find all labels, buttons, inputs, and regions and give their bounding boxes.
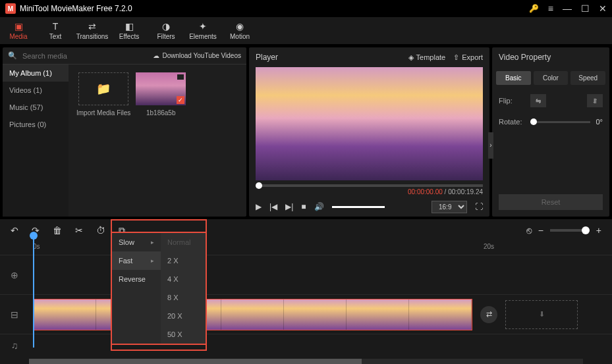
folder-icon: 📁 [96,82,111,96]
zoom-in-button[interactable]: + [596,225,601,236]
template-icon: ◈ [408,53,414,62]
play-button[interactable]: ▶ [256,202,262,211]
speed-8x[interactable]: 8 X [161,288,206,307]
overlay-track-icon[interactable]: ⊕ [0,270,29,280]
effects-icon: ◧ [125,21,134,32]
progress-bar[interactable] [256,184,483,187]
menu-item-reverse[interactable]: Reverse [112,270,161,288]
titlebar: M MiniTool MovieMaker Free 7.2.0 🔑 ≡ — ☐… [0,0,612,17]
menu-item-slow[interactable]: Slow▸ [112,233,161,251]
audio-track-icon[interactable]: ♫ [0,340,29,351]
prop-tab-speed[interactable]: Speed [570,71,605,85]
close-button[interactable]: ✕ [599,3,607,14]
timeline-clip[interactable] [33,299,472,330]
search-input[interactable] [22,52,148,60]
media-clip-thumbnail[interactable] [136,72,186,105]
text-icon: T [53,21,59,32]
clip-frame [347,299,409,330]
transition-button[interactable]: ⇄ [480,306,497,323]
rotate-slider[interactable] [530,121,590,123]
menu-icon[interactable]: ≡ [548,3,553,14]
next-button[interactable]: ▶| [285,202,293,211]
reset-button[interactable]: Reset [499,194,603,210]
speed-button[interactable]: ⏱ [96,225,105,236]
flip-horizontal-button[interactable]: ⇋ [530,94,546,107]
tab-motion[interactable]: ◉Motion [221,17,258,44]
template-button[interactable]: ◈Template [408,53,446,62]
cloud-icon: ☁ [153,52,159,59]
video-track-icon[interactable]: ⊟ [0,309,29,320]
volume-icon[interactable]: 🔊 [314,202,324,211]
timeline-scrollbar[interactable] [29,359,583,364]
stop-button[interactable]: ■ [301,202,306,211]
app-icon: M [5,3,16,14]
property-panel: Video Property Basic Color Speed Flip: ⇋… [492,47,609,217]
playhead[interactable] [33,236,34,348]
maximize-button[interactable]: ☐ [581,3,590,14]
prev-button[interactable]: |◀ [269,202,277,211]
menu-item-fast[interactable]: Fast▸ [112,251,161,270]
speed-context-menu: Slow▸ Fast▸ Reverse Normal 2 X 4 X 8 X 2… [111,232,207,345]
time-total: / 00:00:19.24 [443,188,483,195]
sidebar-item-my-album[interactable]: My Album (1) [3,65,69,82]
media-sidebar: My Album (1) Videos (1) Music (57) Pictu… [3,65,69,217]
sidebar-item-videos[interactable]: Videos (1) [3,82,69,99]
clip-label: 1b186a5b [146,109,176,117]
clip-frame [284,299,347,330]
export-icon: ⇧ [453,53,459,62]
speed-20x[interactable]: 20 X [161,307,206,325]
tab-elements[interactable]: ✦Elements [184,17,221,44]
tab-text[interactable]: TText [37,17,74,44]
search-icon: 🔍 [8,51,17,60]
video-preview[interactable] [256,67,483,180]
clip-frame [409,299,472,330]
key-icon[interactable]: 🔑 [529,4,539,13]
download-youtube-link[interactable]: ☁Download YouTube Videos [153,52,241,59]
prop-tab-basic[interactable]: Basic [496,71,531,85]
player-title: Player [256,53,401,62]
undo-button[interactable]: ↶ [11,225,18,236]
delete-button[interactable]: 🗑 [53,225,62,236]
tab-filters[interactable]: ◑Filters [148,17,184,44]
player-panel: Player ◈Template ⇧Export › 00:00:00.00 /… [249,47,489,217]
speed-50x[interactable]: 50 X [161,325,206,344]
minimize-button[interactable]: — [563,3,572,14]
media-library: 🔍 ☁Download YouTube Videos My Album (1) … [3,47,246,217]
overlay-track: ⊕ [0,255,612,294]
zoom-out-button[interactable]: − [538,225,543,236]
prop-tab-color[interactable]: Color [534,71,569,85]
chevron-right-icon: ▸ [151,257,154,264]
ruler-20s: 20s [484,243,494,250]
tab-media[interactable]: ▣Media [0,17,37,44]
rotate-label: Rotate: [499,118,525,126]
media-icon: ▣ [14,21,23,32]
speed-2x[interactable]: 2 X [161,251,206,270]
timeline: ↶ ↷ 🗑 ✂ ⏱ ⧉ ⎋ − + 0s 20s ⊕ ⊟ [0,219,612,364]
tab-effects[interactable]: ◧Effects [111,17,148,44]
split-button[interactable]: ✂ [75,225,83,236]
expand-panel-button[interactable]: › [488,132,493,159]
property-title: Video Property [492,47,609,67]
motion-icon: ◉ [236,21,244,32]
transitions-icon: ⇄ [88,21,96,32]
video-track: ⊟ ⇄ ⬇ [0,294,612,334]
filters-icon: ◑ [162,21,170,32]
add-clip-dropzone[interactable]: ⬇ [505,300,578,329]
flip-vertical-button[interactable]: ⥯ [587,94,603,107]
speed-4x[interactable]: 4 X [161,270,206,288]
sidebar-item-music[interactable]: Music (57) [3,99,69,116]
export-button[interactable]: ⇧Export [453,53,483,62]
app-title: MiniTool MovieMaker Free 7.2.0 [20,4,529,13]
sidebar-item-pictures[interactable]: Pictures (0) [3,116,69,133]
tab-transitions[interactable]: ⇄Transitions [74,17,111,44]
import-media-button[interactable]: 📁 [78,72,128,105]
clip-frame [34,299,96,330]
fullscreen-button[interactable]: ⛶ [475,202,483,211]
volume-slider[interactable] [332,206,385,208]
zoom-slider[interactable] [550,229,590,232]
speed-normal: Normal [161,233,206,251]
main-toolbar: ▣Media TText ⇄Transitions ◧Effects ◑Filt… [0,17,612,45]
audio-settings-icon[interactable]: ⎋ [526,225,532,236]
clip-frame [221,299,284,330]
aspect-ratio-select[interactable]: 16:9 [431,201,467,213]
